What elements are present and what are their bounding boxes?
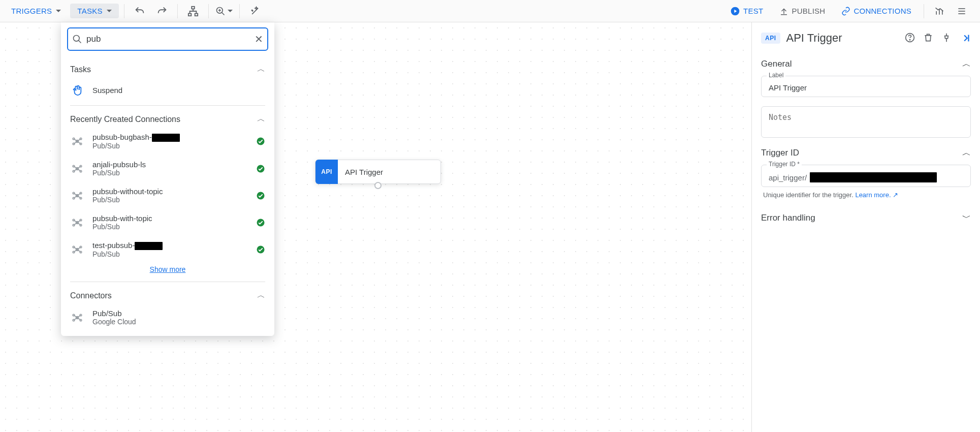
check-circle-icon xyxy=(256,191,265,200)
chevron-up-icon: ︿ xyxy=(257,290,265,301)
section-header-connectors[interactable]: Connectors ︿ xyxy=(61,285,274,304)
hand-icon xyxy=(70,83,84,97)
connection-name: pubsub-with-topic xyxy=(92,214,248,223)
section-title: Trigger ID xyxy=(761,148,799,158)
section-title: Tasks xyxy=(70,65,91,74)
redo-button[interactable] xyxy=(152,1,172,21)
section-general-header[interactable]: General ︿ xyxy=(761,58,971,70)
test-label: TEST xyxy=(743,7,763,15)
triggers-dropdown[interactable]: TRIGGERS xyxy=(4,4,68,18)
zoom-icon xyxy=(215,6,226,16)
help-circle-icon xyxy=(905,33,915,43)
undo-button[interactable] xyxy=(130,1,150,21)
menu-lines-icon xyxy=(957,6,967,16)
publish-button[interactable]: PUBLISH xyxy=(772,4,832,19)
tasks-dropdown[interactable]: TASKS xyxy=(70,4,118,18)
redacted-value xyxy=(810,172,937,182)
connections-label: CONNECTIONS xyxy=(853,7,911,15)
notes-input[interactable] xyxy=(769,113,963,131)
node-output-port[interactable] xyxy=(374,182,382,189)
label-input[interactable] xyxy=(769,83,963,92)
section-title: Error handling xyxy=(761,213,815,223)
play-circle-icon xyxy=(730,6,740,16)
section-header-tasks[interactable]: Tasks ︿ xyxy=(61,59,274,78)
connection-type: Pub/Sub xyxy=(92,196,248,204)
connection-type: Pub/Sub xyxy=(92,142,248,150)
learn-more-link[interactable]: Learn more. ↗ xyxy=(855,191,898,199)
tasks-search-field[interactable]: ✕ xyxy=(67,27,268,51)
layout-button[interactable] xyxy=(183,1,203,21)
undo-icon xyxy=(134,6,145,17)
svg-line-16 xyxy=(79,41,81,43)
chevron-up-icon: ︿ xyxy=(257,114,265,125)
sitemap-icon xyxy=(187,6,199,17)
collapse-panel-button[interactable] xyxy=(960,33,971,44)
connection-item[interactable]: pubsub-bugbash- Pub/Sub xyxy=(61,128,274,155)
panel-toggle-button[interactable] xyxy=(952,1,972,21)
tasks-label: TASKS xyxy=(77,7,102,15)
chevron-down-icon: ﹀ xyxy=(962,212,971,224)
chevron-up-icon: ︿ xyxy=(257,64,265,75)
api-badge: API xyxy=(315,160,338,184)
section-title: Recently Created Connections xyxy=(70,115,180,124)
section-trigger-id-header[interactable]: Trigger ID ︿ xyxy=(761,147,971,159)
zoom-dropdown[interactable] xyxy=(214,1,234,21)
check-circle-icon xyxy=(256,245,265,254)
connector-vendor: Google Cloud xyxy=(92,318,265,326)
magic-wand-button[interactable] xyxy=(245,1,265,21)
chevron-up-icon: ︿ xyxy=(962,58,971,70)
api-trigger-node[interactable]: API API Trigger xyxy=(315,160,441,184)
test-button[interactable]: TEST xyxy=(723,3,770,19)
trigger-id-helper: Unique identifier for the trigger. Learn… xyxy=(761,191,971,199)
connection-name: pubsub-bugbash- xyxy=(92,133,248,142)
pubsub-icon xyxy=(70,311,84,325)
magic-wand-icon xyxy=(250,6,260,16)
trigger-id-field[interactable]: Trigger ID * api_trigger/ xyxy=(761,165,971,187)
api-pill: API xyxy=(761,33,780,44)
notes-field[interactable] xyxy=(761,106,971,138)
collapse-right-icon xyxy=(960,33,971,44)
connection-item[interactable]: pubsub-with-topic Pub/Sub xyxy=(61,209,274,236)
publish-label: PUBLISH xyxy=(792,7,825,15)
help-button[interactable] xyxy=(905,33,915,44)
tasks-search-panel: ✕ Tasks ︿ Suspend Recently Created Conne… xyxy=(61,22,274,336)
clear-search-button[interactable]: ✕ xyxy=(255,34,263,44)
properties-panel: API API Trigger General ︿ Label Trigger xyxy=(751,22,980,432)
connection-type: Pub/Sub xyxy=(92,250,248,258)
connection-type: Pub/Sub xyxy=(92,169,248,177)
redo-icon xyxy=(156,6,168,17)
analytics-button[interactable] xyxy=(929,1,950,21)
link-icon xyxy=(841,7,850,16)
chevron-up-icon: ︿ xyxy=(962,147,971,159)
svg-rect-0 xyxy=(192,6,195,9)
pubsub-icon xyxy=(70,215,84,230)
pin-button[interactable] xyxy=(941,33,952,44)
section-error-handling-header[interactable]: Error handling ﹀ xyxy=(761,212,971,224)
triggers-label: TRIGGERS xyxy=(11,7,52,15)
check-circle-icon xyxy=(256,218,265,227)
label-field[interactable]: Label xyxy=(761,76,971,97)
svg-rect-1 xyxy=(188,13,192,16)
pin-icon xyxy=(941,33,952,43)
connector-item[interactable]: Pub/Sub Google Cloud xyxy=(61,304,274,331)
connection-item[interactable]: anjali-pubsub-ls Pub/Sub xyxy=(61,155,274,182)
connection-item[interactable]: pubsub-without-topic Pub/Sub xyxy=(61,182,274,209)
bar-chart-icon xyxy=(934,6,944,16)
trigger-id-prefix: api_trigger/ xyxy=(769,173,807,182)
show-more-link[interactable]: Show more xyxy=(61,263,274,279)
check-circle-icon xyxy=(256,137,265,146)
pubsub-icon xyxy=(70,242,84,257)
field-label: Trigger ID * xyxy=(767,161,802,168)
chevron-down-icon xyxy=(107,10,112,12)
task-item[interactable]: Suspend xyxy=(61,78,274,102)
pubsub-icon xyxy=(70,162,84,176)
connection-item[interactable]: test-pubsub- Pub/Sub xyxy=(61,236,274,263)
trash-icon xyxy=(923,33,933,43)
connections-button[interactable]: CONNECTIONS xyxy=(834,4,919,19)
section-header-recent-connections[interactable]: Recently Created Connections ︿ xyxy=(61,109,274,128)
section-title: General xyxy=(761,59,792,69)
connection-name: anjali-pubsub-ls xyxy=(92,160,248,169)
delete-button[interactable] xyxy=(923,33,933,44)
panel-title: API Trigger xyxy=(786,32,899,45)
tasks-search-input[interactable] xyxy=(86,34,255,44)
